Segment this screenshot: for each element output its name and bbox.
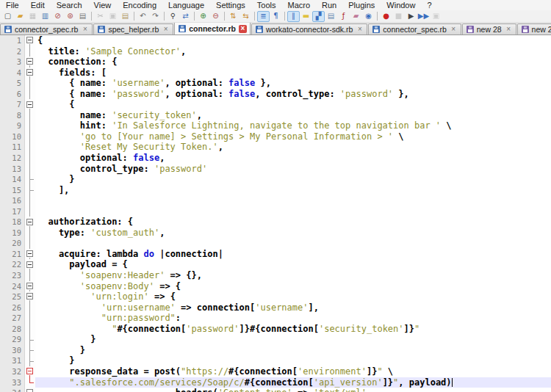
code-text[interactable]: ], [35,185,551,196]
close-file-button[interactable]: ⊘ [51,11,64,22]
tab-connector-spec-rb[interactable]: connector_spec.rb× [0,23,93,35]
close-all-button[interactable]: ⊛ [64,11,76,22]
code-text[interactable]: 'soapenv:Body' => { [35,281,551,292]
zoom-in-button[interactable]: ⊕ [197,11,209,22]
tab-workato-connector-sdk-rb[interactable]: workato-connector-sdk.rb× [251,23,367,35]
code-text[interactable]: { name: 'password', optional: false, con… [35,89,551,100]
paste-button[interactable]: ▤ [119,11,132,22]
code-text[interactable]: } [35,334,551,345]
close-tab-icon[interactable]: × [162,26,170,34]
open-file-button[interactable]: ▰ [14,11,26,22]
fold-toggle-icon[interactable] [25,281,35,292]
code-text[interactable]: 'urn:login' => { [35,291,551,302]
code-text[interactable]: "#{connection['password']}#{connection['… [35,324,551,335]
fold-toggle-icon[interactable] [25,366,35,377]
tab-spec-helper-rb[interactable]: spec_helper.rb× [93,23,173,35]
code-text[interactable]: control_type: 'password' [35,164,551,175]
find-button[interactable]: ⚲ [167,11,179,22]
menu-tools[interactable]: Tools [251,0,282,10]
show-indent-guide-button[interactable]: ∥ [287,11,300,22]
code-text[interactable] [35,238,551,249]
menu-view[interactable]: View [88,0,118,10]
macro-run-multiple-button[interactable]: ▶▶ [417,11,430,22]
code-text[interactable]: { [35,35,551,46]
word-wrap-button[interactable]: ≣ [257,11,270,22]
close-tab-icon[interactable]: × [356,26,364,34]
fold-toggle-icon[interactable] [25,68,35,79]
fold-toggle-icon[interactable] [25,291,35,302]
fold-toggle-icon[interactable] [25,249,35,260]
function-list-button[interactable]: ƒ [337,11,350,22]
menu-search[interactable]: Search [51,0,88,10]
line-number: 19 [0,228,25,239]
zoom-out-button[interactable]: ⊖ [209,11,222,22]
fold-toggle-icon[interactable] [25,99,35,110]
code-text[interactable]: } [35,345,551,356]
menu-macro[interactable]: Macro [281,0,316,10]
code-text[interactable]: "urn:password": [35,313,551,324]
menu-language[interactable]: Language [162,0,210,10]
code-text[interactable]: 'urn:username' => connection['username']… [35,302,551,313]
monitoring-button[interactable]: ◉ [362,11,375,22]
code-text[interactable]: name: 'security_token', [35,110,551,121]
fold-toggle-icon[interactable] [25,35,35,46]
fold-toggle-icon[interactable] [25,388,35,392]
menu-[interactable]: ? [421,0,437,10]
code-text[interactable]: acquire: lambda do |connection| [35,249,551,260]
tab-connector-rb[interactable]: connector.rb× [174,23,251,35]
menu-file[interactable]: File [0,0,25,10]
define-language-button[interactable]: ▬ [300,11,312,22]
document-map-button[interactable]: ▞ [312,11,325,22]
sync-vertical-scroll-button[interactable]: ⇅ [227,11,240,22]
fold-toggle-icon[interactable] [25,217,35,228]
replace-button[interactable]: ⇄ [179,11,192,22]
code-text[interactable]: authorization: { [35,217,551,228]
code-text[interactable]: title: 'Sample Connector', [35,46,551,57]
code-text[interactable]: optional: false, [35,153,551,164]
code-text[interactable]: { name: 'username', optional: false }, [35,78,551,89]
code-text[interactable]: response_data = post("https://#{connecti… [35,366,551,377]
code-text[interactable]: connection: { [35,57,551,68]
code-editor[interactable]: 1{2 title: 'Sample Connector',3 connecti… [0,35,551,392]
folder-as-workspace-button[interactable]: ▰ [350,11,362,22]
document-list-button[interactable]: ▤ [325,11,337,22]
code-text[interactable] [35,206,551,217]
code-text[interactable]: payload = { [35,259,551,270]
macro-record-button[interactable]: ● [380,11,392,22]
menu-settings[interactable]: Settings [210,0,251,10]
code-text[interactable]: ".salesforce.com/services/Soap/c/#{conne… [35,377,551,388]
code-text[interactable]: 'go to [Your name] > Settings > My Perso… [35,131,551,142]
close-tab-icon[interactable]: × [81,26,89,34]
menu-edit[interactable]: Edit [25,0,51,10]
code-text[interactable]: } [35,355,551,366]
close-tab-icon[interactable]: × [450,26,458,34]
menu-run[interactable]: Run [316,0,342,10]
close-tab-icon[interactable]: × [505,26,513,34]
show-all-characters-button[interactable]: ¶ [270,11,282,22]
new-file-button[interactable]: ▢ [1,11,14,22]
macro-play-button[interactable]: ▶ [405,11,417,22]
close-tab-icon[interactable]: × [239,25,247,33]
menu-window[interactable]: Window [381,0,421,10]
sync-horizontal-scroll-button[interactable]: ⇆ [240,11,252,22]
undo-button[interactable]: ↶ [137,11,149,22]
code-text[interactable]: } [35,174,551,185]
code-text[interactable]: 'soapenv:Header' => {}, [35,270,551,281]
code-text[interactable]: type: 'custom_auth', [35,228,551,239]
code-text[interactable] [35,195,551,206]
code-text[interactable]: { [35,99,551,110]
tab-new-28[interactable]: new 28× [462,23,516,35]
code-text[interactable]: fields: [ [35,68,551,79]
redo-button[interactable]: ↷ [149,11,162,22]
menu-plugins[interactable]: Plugins [342,0,381,10]
fold-toggle-icon[interactable] [25,57,35,68]
code-text[interactable]: headers('Content-type' => 'text/xml' [35,388,551,392]
menu-encoding[interactable]: Encoding [117,0,162,10]
save-all-button[interactable]: ▥ [39,11,51,22]
code-text[interactable]: 'Reset My Security Token.', [35,142,551,153]
tab-connector-spec-rb[interactable]: connector_spec.rb× [368,23,461,35]
fold-toggle-icon[interactable] [25,259,35,270]
code-text[interactable]: hint: 'In Salesforce Lightning, navigate… [35,120,551,131]
tab-new-29[interactable]: new 29× [517,23,551,35]
print-button[interactable]: ▤ [76,11,89,22]
